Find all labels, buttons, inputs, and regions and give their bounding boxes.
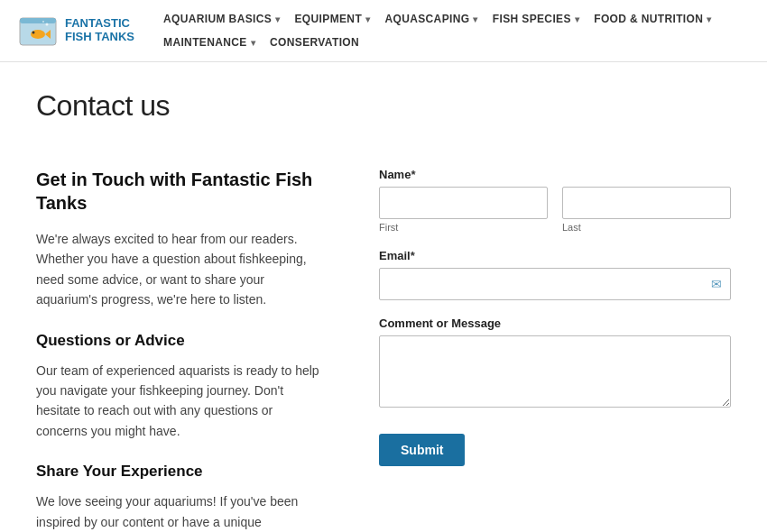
nav-row-2: MAINTENANCE ▾ CONSERVATION [156, 31, 719, 54]
svg-point-6 [42, 21, 44, 23]
last-name-input[interactable] [562, 187, 731, 219]
chevron-icon: ▾ [251, 38, 255, 48]
section1-heading: Questions or Advice [36, 332, 325, 350]
section1-text: Our team of experienced aquarists is rea… [36, 361, 325, 442]
chevron-icon: ▾ [365, 14, 370, 24]
nav-fish-species[interactable]: FISH SPECIES ▾ [485, 7, 587, 31]
nav-maintenance[interactable]: MAINTENANCE ▾ [156, 31, 263, 54]
logo-text: FANTASTIC FISH TANKS [65, 17, 134, 44]
email-wrapper: ✉ [379, 268, 731, 300]
submit-button[interactable]: Submit [379, 434, 465, 466]
first-name-field: First [379, 187, 548, 233]
logo-icon [18, 11, 58, 50]
left-column: Get in Touch with Fantastic Fish Tanks W… [36, 168, 325, 532]
contact-form: Name* First Last Email* [379, 168, 731, 466]
svg-point-5 [46, 23, 49, 26]
name-form-group: Name* First Last [379, 168, 731, 233]
email-label: Email* [379, 249, 731, 262]
nav-conservation[interactable]: CONSERVATION [263, 31, 366, 54]
site-header: FANTASTIC FISH TANKS AQUARIUM BASICS ▾ E… [0, 0, 767, 62]
main-content: Contact us Get in Touch with Fantastic F… [0, 62, 767, 532]
email-icon: ✉ [711, 277, 722, 291]
chevron-icon: ▾ [473, 14, 477, 24]
chevron-icon: ▾ [275, 14, 280, 24]
message-label: Comment or Message [379, 316, 731, 330]
last-label: Last [562, 222, 731, 233]
svg-point-2 [31, 30, 45, 39]
message-textarea[interactable] [379, 335, 731, 408]
chevron-icon: ▾ [707, 14, 711, 24]
nav-food-nutrition[interactable]: FOOD & NUTRITION ▾ [587, 7, 718, 31]
last-name-field: Last [562, 187, 731, 233]
nav-aquascaping[interactable]: AQUASCAPING ▾ [377, 7, 485, 31]
site-logo[interactable]: FANTASTIC FISH TANKS [18, 11, 134, 50]
chevron-icon: ▾ [575, 14, 579, 24]
svg-point-4 [32, 32, 35, 34]
section2-heading: Share Your Experience [36, 463, 325, 481]
email-input[interactable] [379, 268, 731, 300]
message-form-group: Comment or Message [379, 316, 731, 410]
svg-rect-1 [20, 18, 56, 23]
intro-text: We're always excited to hear from our re… [36, 229, 325, 310]
email-form-group: Email* ✉ [379, 249, 731, 300]
content-layout: Get in Touch with Fantastic Fish Tanks W… [36, 168, 731, 532]
main-nav: AQUARIUM BASICS ▾ EQUIPMENT ▾ AQUASCAPIN… [156, 7, 719, 54]
page-title: Contact us [36, 89, 731, 123]
first-label: First [379, 222, 548, 233]
first-name-input[interactable] [379, 187, 548, 219]
name-label: Name* [379, 168, 731, 181]
name-row: First Last [379, 187, 731, 233]
section2-text: We love seeing your aquariums! If you've… [36, 491, 325, 532]
nav-equipment[interactable]: EQUIPMENT ▾ [288, 7, 378, 31]
nav-aquarium-basics[interactable]: AQUARIUM BASICS ▾ [156, 7, 287, 31]
nav-row-1: AQUARIUM BASICS ▾ EQUIPMENT ▾ AQUASCAPIN… [156, 7, 719, 31]
left-heading: Get in Touch with Fantastic Fish Tanks [36, 168, 325, 215]
